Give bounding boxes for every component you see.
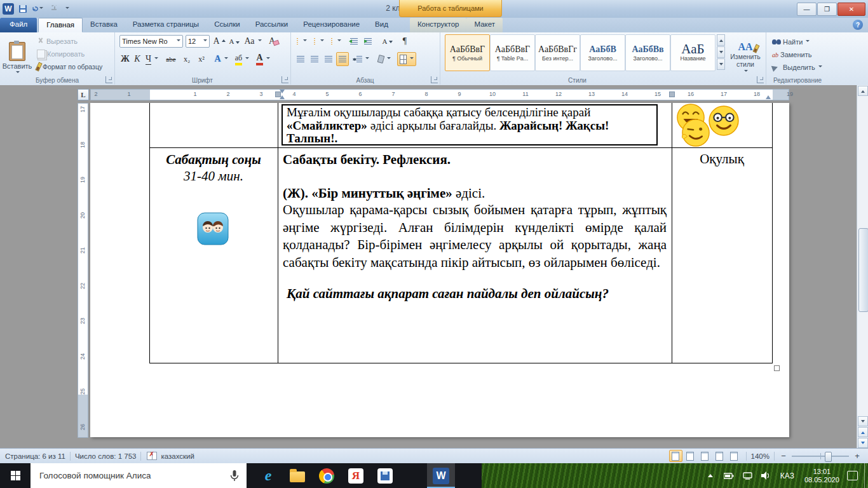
assessment-text-box[interactable]: Мұғалім оқушыларды сабаққа қатысу белсен… — [281, 104, 658, 146]
tab-insert[interactable]: Вставка — [83, 18, 125, 32]
style-heading1[interactable]: АаБбВ Заголово... — [580, 34, 625, 71]
paste-button[interactable]: Вставить — [3, 34, 32, 83]
style-title[interactable]: АаБ Название — [670, 34, 715, 71]
taskbar-search-input[interactable] — [38, 470, 230, 481]
pair-work-icon[interactable] — [197, 212, 229, 245]
qat-customize-button[interactable] — [61, 3, 72, 15]
zoom-slider[interactable] — [792, 456, 849, 457]
line-spacing-button[interactable] — [354, 52, 372, 66]
taskbar-clock[interactable]: 13:01 08.05.2020 — [804, 468, 839, 484]
horizontal-ruler[interactable]: 2112345678910111213141516171819 — [90, 89, 789, 100]
text-effects-button[interactable]: А — [212, 52, 230, 66]
justify-button[interactable] — [336, 52, 349, 66]
minimize-button[interactable]: — — [797, 3, 817, 16]
volume-icon[interactable] — [761, 471, 771, 480]
redo-button[interactable] — [46, 3, 58, 15]
maximize-button[interactable]: ❐ — [817, 3, 837, 16]
taskbar-save-app[interactable] — [371, 463, 399, 488]
document-page[interactable]: Мұғалім оқушыларды сабаққа қатысу белсен… — [90, 103, 789, 437]
start-button[interactable] — [0, 463, 31, 488]
align-left-button[interactable] — [294, 52, 307, 66]
bullets-button[interactable] — [294, 35, 309, 48]
vertical-ruler[interactable]: 17181920212223242526 — [78, 103, 88, 438]
find-button[interactable]: Найти — [770, 36, 812, 48]
strikethrough-button[interactable]: abe — [163, 52, 179, 66]
underline-button[interactable]: Ч — [144, 52, 160, 66]
gallery-scroll-up[interactable] — [717, 34, 725, 46]
cut-button[interactable]: Вырезать — [34, 35, 80, 47]
gallery-more-button[interactable] — [717, 58, 725, 70]
borders-button[interactable] — [397, 52, 416, 66]
subscript-button[interactable]: х₂ — [180, 52, 194, 66]
tab-references[interactable]: Ссылки — [207, 18, 248, 32]
align-center-button[interactable] — [308, 52, 321, 66]
style-normal[interactable]: АаБбВвГ ¶ Обычный — [445, 34, 490, 71]
right-indent-marker[interactable] — [766, 93, 771, 99]
bold-button[interactable]: Ж — [119, 52, 131, 66]
format-painter-button[interactable]: Формат по образцу — [34, 60, 105, 72]
taskbar-file-explorer[interactable] — [283, 463, 311, 488]
shading-button[interactable] — [376, 52, 393, 66]
action-center-icon[interactable] — [847, 471, 858, 480]
show-marks-button[interactable]: ¶ — [398, 35, 411, 48]
copy-button[interactable]: Копировать — [34, 48, 87, 60]
italic-button[interactable]: К — [132, 52, 143, 66]
zoom-level[interactable]: 140% — [751, 452, 770, 460]
tab-table-layout[interactable]: Макет — [466, 18, 503, 32]
help-button[interactable]: ? — [853, 20, 863, 30]
taskbar-word-active[interactable]: W — [427, 463, 455, 488]
smiley-emoji-wink-thumbs-up[interactable] — [681, 118, 710, 147]
sort-button[interactable]: А — [379, 35, 396, 48]
proofing-errors-icon[interactable] — [147, 452, 157, 460]
taskbar-search[interactable] — [31, 463, 247, 488]
scrollbar-thumb[interactable] — [858, 228, 868, 312]
taskbar-internet-explorer[interactable]: e — [254, 463, 282, 488]
multilevel-list-button[interactable] — [329, 35, 344, 48]
language-indicator[interactable]: казахский — [161, 452, 194, 460]
undo-button[interactable] — [32, 3, 43, 15]
clear-formatting-button[interactable]: А — [264, 35, 280, 48]
highlight-color-button[interactable]: аб — [233, 52, 252, 66]
view-web-layout-button[interactable] — [698, 450, 712, 462]
close-button[interactable]: ✕ — [837, 3, 865, 16]
change-case-button[interactable]: Аа — [244, 35, 262, 48]
view-outline-button[interactable] — [713, 450, 726, 462]
replace-button[interactable]: ab Заменить — [770, 49, 814, 60]
previous-page-button[interactable] — [858, 427, 868, 437]
clipboard-dialog-launcher[interactable] — [105, 76, 112, 83]
paragraph-dialog-launcher[interactable] — [431, 76, 438, 83]
taskbar-chrome[interactable] — [313, 463, 341, 488]
font-color-button[interactable]: А — [254, 52, 272, 66]
battery-icon[interactable] — [724, 472, 734, 480]
tab-page-layout[interactable]: Разметка страницы — [125, 18, 207, 32]
tray-expand-icon[interactable] — [708, 471, 713, 477]
style-heading2[interactable]: АаБбВв Заголово... — [625, 34, 670, 71]
styles-dialog-launcher[interactable] — [757, 76, 764, 83]
tab-review[interactable]: Рецензирование — [295, 18, 367, 32]
show-desktop-button[interactable] — [864, 463, 868, 488]
table-resize-handle[interactable] — [774, 365, 780, 371]
page-indicator[interactable]: Страница: 6 из 11 — [5, 452, 65, 460]
view-draft-button[interactable] — [728, 450, 741, 462]
gallery-scroll-down[interactable] — [717, 46, 725, 58]
word-count[interactable]: Число слов: 1 753 — [75, 452, 137, 460]
microphone-icon[interactable] — [230, 470, 239, 482]
tab-view[interactable]: Вид — [367, 18, 396, 32]
decrease-indent-button[interactable] — [348, 35, 360, 48]
change-styles-button[interactable]: АА Изменить стили — [727, 34, 764, 83]
grow-font-button[interactable]: А — [212, 35, 226, 48]
font-name-combo[interactable]: Times New Ro — [119, 35, 183, 48]
network-icon[interactable] — [743, 472, 752, 480]
font-dialog-launcher[interactable] — [281, 76, 288, 83]
cell-resources[interactable]: Оқулық — [674, 151, 770, 167]
taskbar-yandex-browser[interactable]: Я — [342, 463, 370, 488]
tab-mailings[interactable]: Рассылки — [248, 18, 296, 32]
scroll-up-button[interactable] — [858, 86, 868, 96]
select-button[interactable]: Выделить — [770, 62, 825, 73]
next-page-button[interactable] — [858, 438, 868, 448]
tab-home[interactable]: Главная — [38, 18, 83, 32]
view-print-layout-button[interactable] — [669, 450, 682, 462]
language-switcher[interactable]: КАЗ — [780, 471, 794, 480]
align-right-button[interactable] — [322, 52, 335, 66]
left-indent-marker[interactable] — [280, 93, 285, 99]
